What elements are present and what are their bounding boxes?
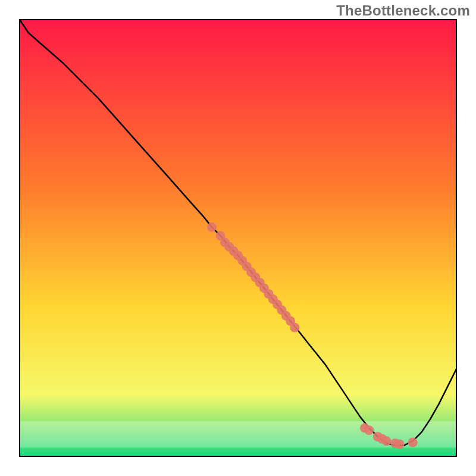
data-point xyxy=(408,438,418,447)
data-point xyxy=(364,425,374,435)
data-point xyxy=(290,323,299,333)
data-point xyxy=(395,439,405,449)
bottleneck-chart: TheBottleneck.com xyxy=(0,0,476,476)
data-point xyxy=(207,223,217,232)
data-point xyxy=(382,436,392,446)
chart-svg xyxy=(0,0,476,476)
watermark-text: TheBottleneck.com xyxy=(336,2,470,19)
